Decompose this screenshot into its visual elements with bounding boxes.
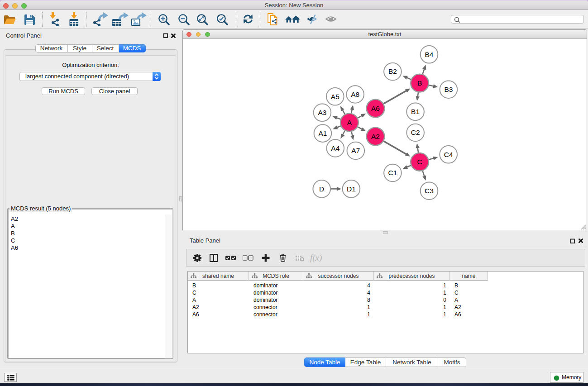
svg-text:B2: B2 — [388, 67, 397, 75]
svg-text:B3: B3 — [444, 86, 453, 93]
svg-text:A1: A1 — [318, 129, 327, 137]
svg-text:C2: C2 — [411, 129, 420, 136]
svg-text:A7: A7 — [351, 147, 360, 154]
svg-text:B1: B1 — [411, 108, 420, 115]
svg-text:C1: C1 — [388, 169, 397, 176]
svg-text:A3: A3 — [318, 109, 326, 116]
svg-text:B: B — [417, 79, 422, 87]
svg-text:A8: A8 — [351, 91, 359, 98]
svg-text:A4: A4 — [331, 144, 339, 152]
svg-text:A6: A6 — [371, 105, 380, 112]
svg-text:A5: A5 — [331, 93, 339, 100]
svg-text:B4: B4 — [425, 51, 434, 58]
svg-text:C: C — [417, 158, 422, 166]
svg-text:A: A — [347, 119, 352, 126]
svg-text:C4: C4 — [444, 151, 453, 158]
svg-text:D: D — [319, 185, 324, 193]
svg-text:C3: C3 — [425, 187, 434, 195]
svg-text:D1: D1 — [347, 185, 356, 193]
svg-text:A2: A2 — [371, 133, 380, 140]
